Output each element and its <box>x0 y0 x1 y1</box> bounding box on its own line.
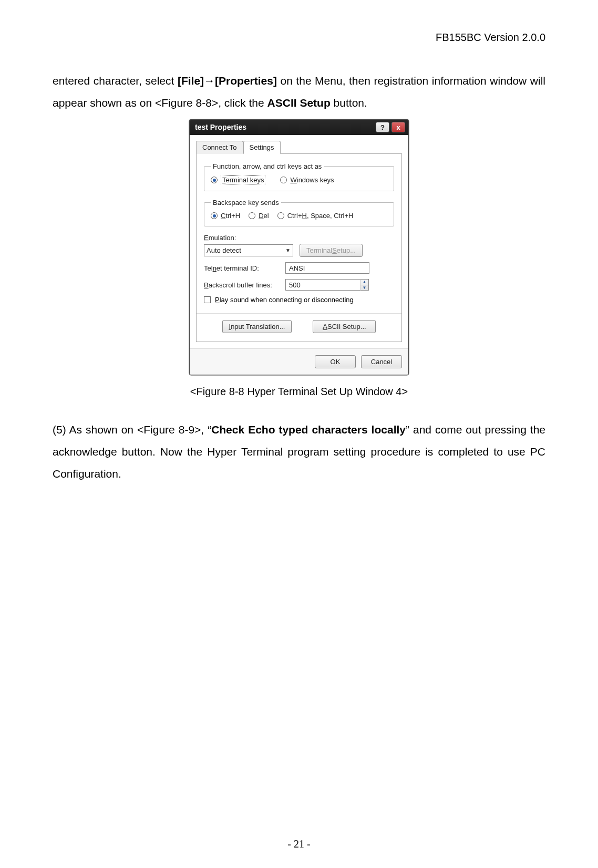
play-sound-label: lay sound when connecting or disconnecti… <box>220 296 354 304</box>
ascii-setup-accel: A <box>323 323 327 330</box>
para1-post: button. <box>331 97 367 109</box>
para1-btn: ASCII Setup <box>267 97 331 109</box>
emulation-label-rest: mulation: <box>209 234 236 242</box>
ascii-setup-button[interactable]: ASCII Setup... <box>313 320 376 333</box>
radio-del-accel: D <box>259 212 263 220</box>
radio-icon <box>280 177 287 183</box>
close-button[interactable]: x <box>391 122 405 132</box>
group-backspace: Backspace key sends Ctrl+H Del <box>204 199 394 226</box>
input-translation-button[interactable]: Input Translation... <box>222 320 292 333</box>
radio-icon <box>211 177 218 183</box>
dialog-title-text: test Properties <box>195 123 246 131</box>
backscroll-rest: ackscroll buffer lines: <box>209 281 272 289</box>
group-function-keys: Function, arrow, and ctrl keys act as Te… <box>204 162 394 191</box>
para2-pre: (5) As shown on <Figure 8-9>, “ <box>53 423 211 436</box>
radio-terminal-keys[interactable]: Terminal keys <box>211 175 265 184</box>
telnet-id-rest: et terminal ID: <box>216 264 259 272</box>
group-function-keys-legend: Function, arrow, and ctrl keys act as <box>211 162 324 170</box>
para1-menu1: [File] <box>178 75 204 87</box>
radio-windows-keys[interactable]: Windows keys <box>280 176 334 184</box>
radio-ctrl-h[interactable]: Ctrl+H <box>211 212 240 220</box>
radio-windows-keys-label: indows keys <box>297 176 334 184</box>
telnet-id-input[interactable]: ANSI <box>285 262 369 274</box>
radio-ctrl-h-space-pre: Ctrl+ <box>287 212 302 220</box>
radio-ctrl-h-space[interactable]: Ctrl+H, Space, Ctrl+H <box>277 212 354 220</box>
terminal-setup-pre: Terminal <box>306 246 332 254</box>
page-number: - 21 - <box>0 838 598 850</box>
para1-pre: entered character, select <box>53 75 178 87</box>
terminal-setup-accel: S <box>332 246 337 254</box>
spinner-up-icon[interactable]: ▲ <box>360 280 368 285</box>
radio-del[interactable]: Del <box>249 212 269 220</box>
play-sound-checkbox[interactable]: Play sound when connecting or disconnect… <box>204 296 394 304</box>
emulation-combo[interactable]: Auto detect ▼ <box>204 244 293 256</box>
para2-bold: Check Echo typed characters locally <box>211 423 406 436</box>
radio-ctrl-h-space-accel: H <box>302 212 307 220</box>
input-translation-rest: nput Translation... <box>231 323 285 330</box>
ascii-setup-rest: SCII Setup... <box>327 323 366 330</box>
radio-windows-keys-accel: W <box>290 176 296 184</box>
settings-panel: Function, arrow, and ctrl keys act as Te… <box>196 154 402 342</box>
properties-dialog: test Properties ? x Connect To Settings … <box>189 119 409 375</box>
separator <box>197 313 401 314</box>
cancel-button[interactable]: Cancel <box>361 355 402 368</box>
radio-icon <box>277 212 284 219</box>
paragraph-1: entered character, select [File]→[Proper… <box>53 70 545 114</box>
terminal-setup-button[interactable]: Terminal Setup... <box>300 244 363 257</box>
tab-settings[interactable]: Settings <box>243 141 281 154</box>
figure-caption: <Figure 8-8 Hyper Terminal Set Up Window… <box>53 386 545 398</box>
play-sound-accel: P <box>215 296 220 304</box>
telnet-id-label: Telnet terminal ID: <box>204 264 275 272</box>
radio-ctrl-h-accel: C <box>221 212 225 220</box>
backscroll-value[interactable]: 500 <box>285 279 360 291</box>
spinner-buttons[interactable]: ▲ ▼ <box>360 279 369 291</box>
radio-icon <box>211 212 218 219</box>
telnet-id-pre: Tel <box>204 264 213 272</box>
telnet-id-accel: n <box>213 264 216 272</box>
backscroll-accel: B <box>204 281 209 289</box>
dialog-titlebar: test Properties ? x <box>190 120 408 135</box>
ok-button[interactable]: OK <box>315 355 356 368</box>
radio-ctrl-h-space-label: , Space, Ctrl+H <box>307 212 354 220</box>
backscroll-spinner[interactable]: 500 ▲ ▼ <box>285 279 369 291</box>
paragraph-2: (5) As shown on <Figure 8-9>, “Check Ech… <box>53 419 545 485</box>
group-backspace-legend: Backspace key sends <box>211 199 281 206</box>
help-button[interactable]: ? <box>376 122 389 132</box>
tab-strip: Connect To Settings <box>196 140 402 154</box>
emulation-label-accel: E <box>204 234 209 242</box>
header-version: FB155BC Version 2.0.0 <box>53 32 545 44</box>
terminal-setup-rest: etup... <box>337 246 356 254</box>
para1-menu2: [Properties] <box>215 75 277 87</box>
backscroll-label: Backscroll buffer lines: <box>204 281 275 289</box>
radio-ctrl-h-label: trl+H <box>225 212 240 220</box>
chevron-down-icon: ▼ <box>285 247 291 253</box>
radio-icon <box>249 212 255 219</box>
checkbox-icon <box>204 296 211 303</box>
para1-arrow: → <box>204 75 215 87</box>
radio-del-label: el <box>264 212 269 220</box>
emulation-label: Emulation: <box>204 234 394 242</box>
radio-terminal-keys-label: erminal keys <box>226 176 264 184</box>
emulation-value: Auto detect <box>207 246 241 254</box>
tab-connect-to[interactable]: Connect To <box>196 141 243 154</box>
dialog-footer: OK Cancel <box>190 348 408 375</box>
spinner-down-icon[interactable]: ▼ <box>360 285 368 291</box>
